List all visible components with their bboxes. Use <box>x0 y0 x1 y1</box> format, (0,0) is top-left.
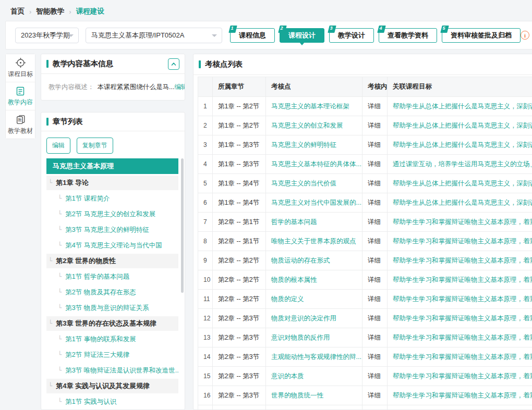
tree-section-item[interactable]: └第4节 马克思主义理论与当代中国 <box>46 238 178 253</box>
course-tab[interactable]: 3教学设计 <box>329 28 374 43</box>
tree-chapter-label: 第3章 世界的存在状态及基本规律 <box>56 319 156 328</box>
tree-chapter-item[interactable]: └第2章 世界的物质性 <box>46 254 178 268</box>
overview-label: 教学内容概述： <box>49 83 94 91</box>
assessment-point-link[interactable]: 唯物主义关于世界本原的观点 <box>266 232 362 251</box>
tree-section-item[interactable]: └第1节 课程简介 <box>46 191 178 206</box>
tab-number: 3 <box>330 26 332 31</box>
content-cell: 详细 <box>362 97 388 116</box>
tree-section-item[interactable]: └第2节 物质及其存在形态 <box>46 285 178 300</box>
course-tab[interactable]: 4查看教学资料 <box>379 28 437 43</box>
tab-label: 课程信息 <box>239 31 266 40</box>
tree-connector: └ <box>58 210 62 218</box>
tree-connector: └ <box>58 242 62 249</box>
copy-chapter-button[interactable]: 复制章节 <box>77 138 113 154</box>
chapter-cell: 第2章 -- 第3节 <box>213 367 266 386</box>
sidebar-item[interactable]: 课程目标 <box>6 54 35 82</box>
breadcrumb-home[interactable]: 首页 <box>10 7 25 16</box>
tree-section-item[interactable]: └第1节 事物的联系和发展 <box>46 332 178 346</box>
assessment-point-link[interactable]: 事物的联系和发展 <box>266 405 362 410</box>
tree-section-item[interactable]: └第3节 马克思主义的鲜明特征 <box>46 222 178 237</box>
tree-section-label: 第3节 唯物辩证法是认识世界和改造世... <box>65 366 178 375</box>
assessment-header: 考核点列表 <box>194 54 532 75</box>
tree-section-item[interactable]: └第3节 物质与意识的辩证关系 <box>46 301 178 315</box>
assessment-point-link[interactable]: 物质对意识的决定作用 <box>266 309 362 328</box>
semester-select[interactable]: 2023年秋季学期 <box>15 28 79 43</box>
tab-number-badge: 4 <box>377 26 385 33</box>
edit-overview-link[interactable]: 编辑 <box>174 83 185 91</box>
target-cell: 帮助学生从总体上把握什么是马克思主义，深刻认识马 <box>388 193 532 213</box>
table-row: 16第2章 -- 第3节世界的物质统一性详细帮助学生学习和掌握辩证唯物主义基本原… <box>198 386 532 405</box>
collapse-button[interactable] <box>168 58 179 70</box>
table-row: 17第3章 -- 第1节事物的联系和发展详细帮助学生学习和掌握辩证唯物主义基本原… <box>198 405 532 410</box>
tab-label: 资料审核签批及归档 <box>451 31 512 40</box>
assessment-point-link[interactable]: 物质的定义 <box>266 290 362 309</box>
content-cell: 详细 <box>362 270 388 290</box>
chapter-buttons: 编辑 复制章节 <box>41 131 185 158</box>
svg-text:教: 教 <box>17 118 21 122</box>
content-info-header: 教学内容基本信息 <box>41 54 185 74</box>
course-tab[interactable]: 1课程信息 <box>230 28 275 43</box>
tree-chapter-item[interactable]: └第1章 导论 <box>46 176 178 190</box>
sidebar-item-label: 课程目标 <box>8 70 33 79</box>
target-cell: 帮助学生学习和掌握辩证唯物主义基本原理，着重把握 <box>388 347 532 367</box>
tree-connector: └ <box>58 398 62 405</box>
tree-section-item[interactable]: └第1节 哲学的基本问题 <box>46 269 178 284</box>
assessment-point-link[interactable]: 物质的根本属性 <box>266 270 362 290</box>
row-index-cell: 7 <box>198 213 213 232</box>
breadcrumb-smart-teaching[interactable]: 智能教学 <box>36 7 64 16</box>
assessment-point-link[interactable]: 马克思主义的基本理论框架 <box>266 97 362 116</box>
tree-section-item[interactable]: └第3节 唯物辩证法是认识世界和改造世... <box>46 363 178 378</box>
tab-number: 5 <box>442 26 445 31</box>
chapter-cell: 第1章 -- 第4节 <box>213 174 266 193</box>
middle-column: 教学内容基本信息 教学内容概述：本课程紧紧围绕什么是马...编辑 章节列表 编辑… <box>41 54 185 410</box>
assessment-point-link[interactable]: 马克思主义的创立和发展 <box>266 116 362 135</box>
row-index-cell: 11 <box>198 290 213 309</box>
course-tab[interactable]: 2课程设计 <box>280 28 324 43</box>
assessment-table: 所属章节 考核点 考核内容 关联课程目标 1第1章 -- 第2节马克思主义的基本… <box>198 77 532 410</box>
assessment-point-link[interactable]: 马克思主义的鲜明特征 <box>266 135 362 155</box>
tree-connector: └ <box>58 289 62 296</box>
chapter-cell: 第2章 -- 第1节 <box>213 213 266 232</box>
target-cell: 帮助学生从总体上把握什么是马克思主义，深刻认识马 <box>388 174 532 193</box>
tree-chapter-item[interactable]: └第3章 世界的存在状态及基本规律 <box>46 316 178 331</box>
scrollbar-thumb[interactable] <box>181 158 184 293</box>
content-cell: 详细 <box>362 347 388 367</box>
semester-select-value: 2023年秋季学期 <box>21 31 70 40</box>
assessment-point-link[interactable]: 主观能动性与客观规律性的辩... <box>266 347 362 367</box>
assessment-point-link[interactable]: 马克思主义基本特征的具体体... <box>266 155 362 174</box>
tree-chapter-item[interactable]: └第4章 实践与认识及其发展规律 <box>46 379 178 393</box>
table-row: 6第1章 -- 第4节马克思主义对当代中国发展的...详细帮助学生从总体上把握什… <box>198 193 532 213</box>
tree-section-item[interactable]: └第2节 辩证法三大规律 <box>46 347 178 362</box>
assessment-point-link[interactable]: 马克思主义对当代中国发展的... <box>266 193 362 213</box>
table-header-row: 所属章节 考核点 考核内容 关联课程目标 <box>198 77 532 97</box>
assessment-point-link[interactable]: 哲学的基本问题 <box>266 213 362 232</box>
edit-chapter-button[interactable]: 编辑 <box>46 138 70 154</box>
sidebar-item[interactable]: 教教学教材 <box>6 110 35 139</box>
chapter-list-header: 章节列表 <box>41 113 185 131</box>
toolbar: 2023年秋季学期 马克思主义基本原理/IPT0502A 1课程信息2课程设计3… <box>5 21 532 49</box>
assessment-point-link[interactable]: 意识的本质 <box>266 367 362 386</box>
sidebar-item[interactable]: 教学内容 <box>6 82 35 110</box>
target-cell: 帮助学生学习和掌握辩证唯物主义基本原理，着重把握 <box>388 405 532 410</box>
course-tab[interactable]: 5资料审核签批及归档 <box>442 28 521 43</box>
chapter-cell: 第2章 -- 第2节 <box>213 290 266 309</box>
col-header-chapter: 所属章节 <box>213 77 266 97</box>
assessment-point-link[interactable]: 马克思主义的当代价值 <box>266 174 362 193</box>
textbook-icon: 教 <box>15 114 26 125</box>
assessment-point-link[interactable]: 世界的物质统一性 <box>266 386 362 405</box>
assessment-point-link[interactable]: 物质运动的存在形式 <box>266 251 362 270</box>
tree-connector: └ <box>58 367 62 374</box>
tree-root-course[interactable]: 马克思主义基本原理 <box>46 158 178 174</box>
course-select[interactable]: 马克思主义基本原理/IPT0502A <box>86 28 222 43</box>
target-cell: 帮助学生学习和掌握辩证唯物主义基本原理，着重把握 <box>388 290 532 309</box>
tree-section-item[interactable]: └第2节 马克思主义的创立和发展 <box>46 207 178 221</box>
target-cell: 帮助学生学习和掌握辩证唯物主义基本原理，着重把握 <box>388 386 532 405</box>
assessment-point-link[interactable]: 意识对物质的反作用 <box>266 328 362 347</box>
tree-section-item[interactable]: └第1节 实践与认识 <box>46 394 178 409</box>
tab-label: 教学设计 <box>338 31 365 40</box>
chapter-cell: 第3章 -- 第1节 <box>213 405 266 410</box>
info-icon[interactable]: i <box>521 31 529 40</box>
chevron-up-icon <box>171 61 177 67</box>
table-row: 10第2章 -- 第2节物质的根本属性详细帮助学生学习和掌握辩证唯物主义基本原理… <box>198 270 532 290</box>
breadcrumb: 首页 › 智能教学 › 课程建设 <box>0 0 532 16</box>
